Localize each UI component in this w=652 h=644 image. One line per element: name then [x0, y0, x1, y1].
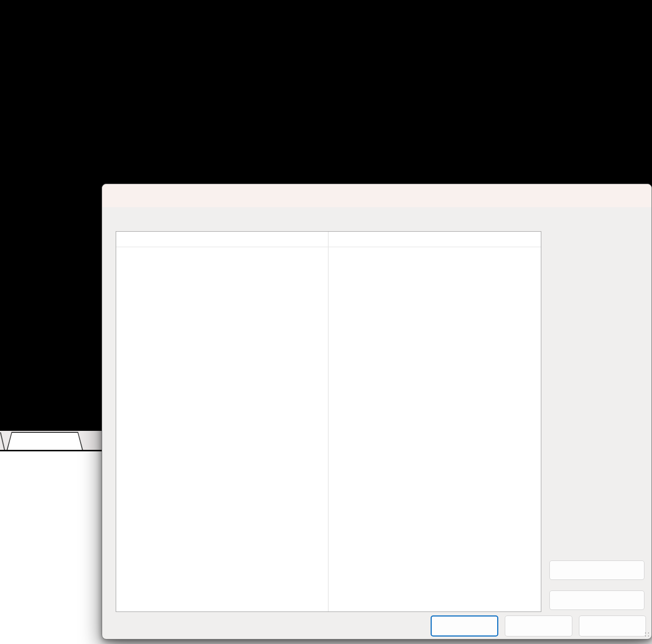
symbol-tab-eurusdm-h1[interactable]: [7, 432, 83, 450]
resize-grip[interactable]: [644, 632, 650, 637]
ok-button[interactable]: [431, 615, 498, 636]
parameters-table[interactable]: [116, 231, 541, 612]
help-button[interactable]: [590, 184, 610, 207]
metatrader-screen: [0, 0, 652, 644]
cancel-button[interactable]: [505, 615, 572, 636]
column-divider[interactable]: [328, 232, 329, 611]
save-button[interactable]: [549, 590, 644, 610]
symbol-tab-label: [8, 433, 82, 450]
table-header: [116, 232, 541, 247]
expert-properties-dialog: [102, 184, 652, 639]
partial-neighbor-tab[interactable]: [0, 432, 5, 450]
close-icon[interactable]: [624, 184, 647, 207]
load-button[interactable]: [549, 560, 644, 580]
dialog-titlebar[interactable]: [102, 184, 651, 207]
reset-button[interactable]: [579, 615, 646, 636]
